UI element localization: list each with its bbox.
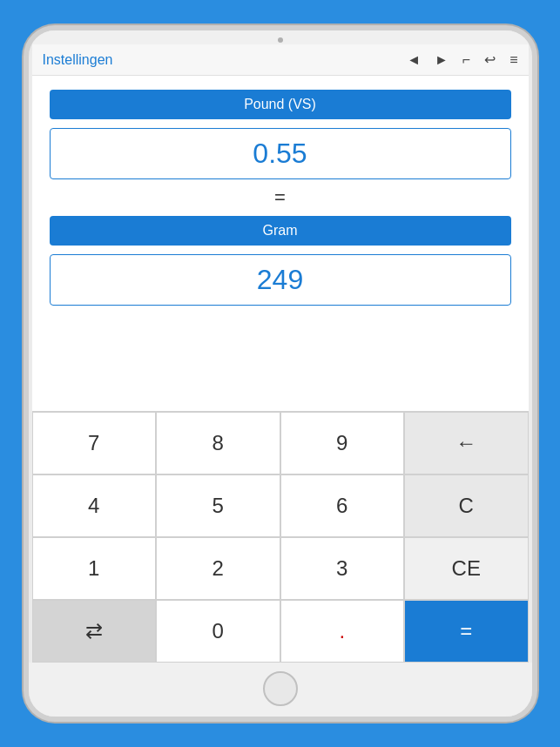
navbar-icons: ◄ ► ⌐ ↩ ≡ <box>407 51 517 68</box>
key-decimal[interactable]: . <box>280 600 405 663</box>
content-area: Pound (VS) 0.55 = Gram 249 <box>32 76 529 411</box>
camera-dot <box>278 37 283 43</box>
forward-icon[interactable]: ► <box>435 52 449 68</box>
ipad-device: Instellingen ◄ ► ⌐ ↩ ≡ Pound (VS) 0.55 =… <box>24 25 537 722</box>
key-3[interactable]: 3 <box>280 537 405 600</box>
equals-symbol: = <box>50 188 511 207</box>
from-unit-label[interactable]: Pound (VS) <box>50 90 511 119</box>
to-unit-label[interactable]: Gram <box>50 216 511 246</box>
device-top-bar <box>29 30 532 44</box>
tool-icon[interactable]: ⌐ <box>462 52 470 68</box>
menu-icon[interactable]: ≡ <box>509 52 517 68</box>
screen: Instellingen ◄ ► ⌐ ↩ ≡ Pound (VS) 0.55 =… <box>32 44 529 663</box>
from-value-display[interactable]: 0.55 <box>50 128 511 179</box>
key-0[interactable]: 0 <box>156 600 280 663</box>
navbar: Instellingen ◄ ► ⌐ ↩ ≡ <box>32 44 529 76</box>
undo-icon[interactable]: ↩ <box>484 51 496 68</box>
key-7[interactable]: 7 <box>32 412 157 474</box>
key-6[interactable]: 6 <box>280 474 405 537</box>
key-9[interactable]: 9 <box>280 412 405 474</box>
key-1[interactable]: 1 <box>32 537 157 600</box>
settings-link[interactable]: Instellingen <box>43 52 401 68</box>
back-icon[interactable]: ◄ <box>407 52 421 68</box>
home-button[interactable] <box>263 671 298 706</box>
key-clear[interactable]: C <box>404 474 529 537</box>
key-equals[interactable]: = <box>404 600 529 663</box>
device-bottom-bar <box>29 663 532 717</box>
key-backspace[interactable]: ← <box>404 412 529 474</box>
key-2[interactable]: 2 <box>156 537 280 600</box>
key-5[interactable]: 5 <box>156 474 280 537</box>
key-4[interactable]: 4 <box>32 474 157 537</box>
key-swap[interactable]: ⇄ <box>32 600 157 663</box>
to-value-display[interactable]: 249 <box>50 254 511 306</box>
key-8[interactable]: 8 <box>156 412 280 474</box>
keypad: 7 8 9 ← 4 5 6 C 1 2 3 CE ⇄ 0 . = <box>32 411 529 663</box>
key-ce[interactable]: CE <box>404 537 529 600</box>
